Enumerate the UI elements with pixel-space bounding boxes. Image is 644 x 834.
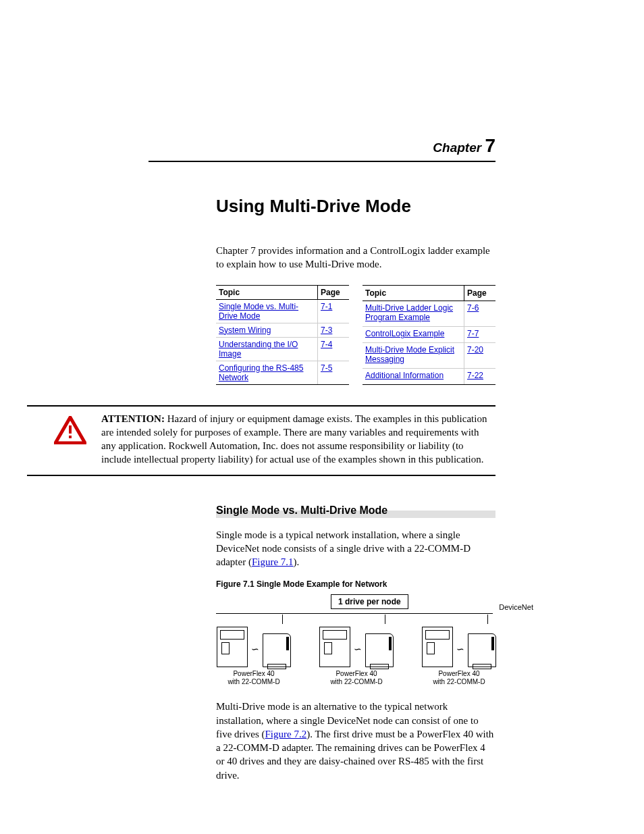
toc-row: Additional Information 7-22 xyxy=(363,369,495,384)
attention-text: ATTENTION: Hazard of injury or equipment… xyxy=(101,412,495,467)
network-label: DeviceNet xyxy=(499,603,533,611)
toc-link[interactable]: ControlLogix Example xyxy=(365,329,444,338)
text: with 22-COMM-D xyxy=(330,678,382,685)
connector-icon xyxy=(456,643,465,648)
toc-page-link[interactable]: 7-3 xyxy=(321,325,332,335)
section-heading: Single Mode vs. Multi-Drive Mode xyxy=(216,503,495,518)
drive-icon xyxy=(319,627,350,667)
toc-row: Understanding the I/O Image 7-4 xyxy=(216,337,349,361)
text: with 22-COMM-D xyxy=(433,678,485,685)
drive-node: PowerFlex 40 with 22-COMM-D xyxy=(216,615,292,686)
drive-node: PowerFlex 40 with 22-COMM-D xyxy=(319,615,394,686)
adapter-icon xyxy=(263,633,291,667)
toc-link[interactable]: Configuring the RS-485 Network xyxy=(219,363,303,382)
figure-7-1: 1 drive per node DeviceNet PowerFlex 40 … xyxy=(216,594,495,686)
toc-page-link[interactable]: 7-6 xyxy=(467,303,479,313)
attention-icon xyxy=(54,412,95,447)
toc-row: System Wiring 7-3 xyxy=(216,323,349,337)
toc-link[interactable]: Multi-Drive Mode Explicit Messaging xyxy=(365,345,454,364)
toc-page-link[interactable]: 7-7 xyxy=(467,329,479,338)
figure-link[interactable]: Figure 7.2 xyxy=(265,729,306,739)
chapter-word: Chapter xyxy=(433,140,481,155)
section1-p2: Multi-Drive mode is an alternative to th… xyxy=(216,700,495,782)
toc-link[interactable]: System Wiring xyxy=(219,325,271,335)
toc-page-link[interactable]: 7-22 xyxy=(467,371,483,380)
figure-box-label: 1 drive per node xyxy=(331,594,408,609)
toc-link[interactable]: Multi-Drive Ladder Logic Program Example xyxy=(365,303,453,322)
adapter-icon xyxy=(365,633,394,667)
text: PowerFlex 40 xyxy=(438,670,479,677)
drive-node: PowerFlex 40 with 22-COMM-D xyxy=(421,615,497,686)
text: PowerFlex 40 xyxy=(233,670,274,677)
toc-page-link[interactable]: 7-1 xyxy=(321,302,332,311)
figure-caption: Figure 7.1 Single Mode Example for Netwo… xyxy=(216,579,495,589)
toc-row: Configuring the RS-485 Network 7-5 xyxy=(216,361,349,384)
toc-link[interactable]: Additional Information xyxy=(365,371,444,380)
page-title: Using Multi-Drive Mode xyxy=(216,196,495,217)
attention-callout: ATTENTION: Hazard of injury or equipment… xyxy=(27,405,495,476)
text: ). xyxy=(294,556,300,567)
toc-link[interactable]: Understanding the I/O Image xyxy=(219,340,298,359)
drive-icon xyxy=(217,627,248,667)
toc-row: Single Mode vs. Multi-Drive Mode 7-1 xyxy=(216,299,349,323)
toc-header-page: Page xyxy=(464,285,496,301)
connector-icon xyxy=(250,643,260,648)
toc-page-link[interactable]: 7-5 xyxy=(321,363,332,373)
section1-p1: Single mode is a typical network install… xyxy=(216,528,495,569)
text: PowerFlex 40 xyxy=(336,670,377,677)
text: with 22-COMM-D xyxy=(227,678,279,685)
toc-link[interactable]: Single Mode vs. Multi-Drive Mode xyxy=(219,302,298,321)
intro-paragraph: Chapter 7 provides information and a Con… xyxy=(216,244,495,271)
toc-container: Topic Page Single Mode vs. Multi-Drive M… xyxy=(216,285,495,385)
chapter-number: 7 xyxy=(485,135,495,156)
drive-icon xyxy=(422,627,453,667)
toc-row: Multi-Drive Mode Explicit Messaging 7-20 xyxy=(363,342,495,369)
toc-header-topic: Topic xyxy=(216,285,318,299)
attention-label: ATTENTION: xyxy=(101,413,165,424)
svg-rect-2 xyxy=(69,436,72,438)
toc-header-topic: Topic xyxy=(363,285,464,301)
toc-header-page: Page xyxy=(318,285,350,299)
toc-row: ControlLogix Example 7-7 xyxy=(363,327,495,342)
toc-table-left: Topic Page Single Mode vs. Multi-Drive M… xyxy=(216,285,349,385)
toc-page-link[interactable]: 7-4 xyxy=(321,340,332,349)
connector-icon xyxy=(353,643,363,648)
toc-table-right: Topic Page Multi-Drive Ladder Logic Prog… xyxy=(363,285,495,385)
toc-page-link[interactable]: 7-20 xyxy=(467,345,483,355)
svg-rect-1 xyxy=(69,425,72,434)
chapter-header: Chapter 7 xyxy=(149,135,495,162)
figure-link[interactable]: Figure 7.1 xyxy=(252,556,294,567)
adapter-icon xyxy=(468,633,496,667)
toc-row: Multi-Drive Ladder Logic Program Example… xyxy=(363,301,495,327)
network-line: DeviceNet xyxy=(216,613,493,615)
